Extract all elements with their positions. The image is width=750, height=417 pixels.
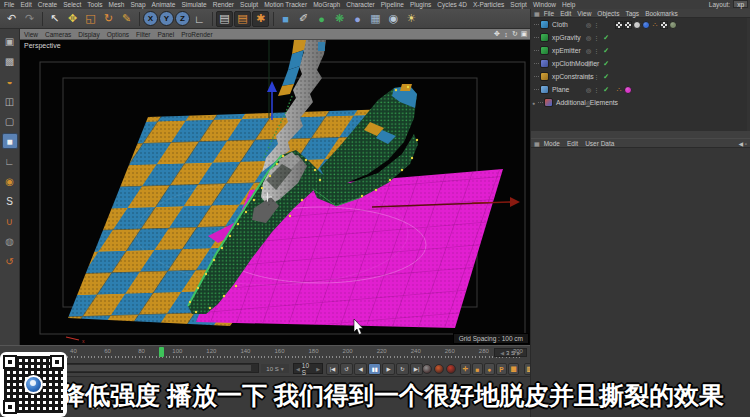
spinner-left-icon[interactable]: ◀ — [296, 366, 300, 372]
material-tag-icon[interactable] — [633, 21, 641, 29]
texture-mode-button[interactable]: ◒ — [2, 73, 18, 89]
make-editable-button[interactable]: ▣ — [2, 33, 18, 49]
object-row-xpconstraints[interactable]: xpConstraints◎⋮✓ — [531, 70, 747, 83]
visibility-dots-icon[interactable]: ◎ — [586, 34, 591, 41]
viewport-menu-view[interactable]: View — [24, 31, 38, 38]
goto-start-button[interactable]: |◀ — [326, 363, 339, 375]
menu-render[interactable]: Render — [213, 1, 234, 8]
lock-z-axis[interactable]: Z — [175, 11, 190, 26]
redo-button[interactable]: ↷ — [21, 11, 38, 27]
enabled-check-icon[interactable]: ✓ — [603, 86, 609, 94]
menu-mesh[interactable]: Mesh — [108, 1, 124, 8]
live-selection-tool[interactable]: ↖ — [46, 11, 63, 27]
viewport-menu-panel[interactable]: Panel — [158, 31, 175, 38]
workplane-mode-button[interactable]: ◫ — [2, 93, 18, 109]
object-label[interactable]: Plane — [552, 86, 569, 93]
menu-simulate[interactable]: Simulate — [181, 1, 206, 8]
panel-grid-icon[interactable]: ▦ — [534, 10, 540, 17]
om-menu-tags[interactable]: Tags — [625, 10, 639, 17]
viewport-menu-options[interactable]: Options — [107, 31, 129, 38]
object-label[interactable]: xpEmitter — [552, 47, 581, 54]
menu-cycles-4d[interactable]: Cycles 4D — [437, 1, 467, 8]
viewport-menu-display[interactable]: Display — [78, 31, 99, 38]
om-menu-file[interactable]: File — [544, 10, 554, 17]
enable-dots-icon[interactable]: ⋮ — [593, 60, 599, 67]
key-parameter-toggle[interactable]: P — [496, 363, 507, 375]
enable-dots-icon[interactable]: ⋮ — [593, 73, 599, 80]
visibility-dots-icon[interactable]: ◎ — [586, 73, 591, 80]
texture-tag-icon[interactable] — [624, 21, 632, 29]
history-back-icon[interactable]: ◀ ▫ — [739, 140, 750, 147]
visibility-dots-icon[interactable]: ◎ — [586, 21, 591, 28]
viewport[interactable]: ViewCamerasDisplayOptionsFilterPanelProR… — [20, 29, 530, 345]
menu-character[interactable]: Character — [346, 1, 375, 8]
record-keyframe-button[interactable] — [434, 364, 444, 374]
enabled-check-icon[interactable]: ✓ — [603, 60, 609, 68]
viewport-filter-button[interactable]: ◉ — [2, 173, 18, 189]
loop-button[interactable]: ↻ — [396, 363, 409, 375]
step-forward-button[interactable]: ▶ — [382, 363, 395, 375]
add-generator-button[interactable]: ● — [313, 11, 330, 27]
rotate-view-icon[interactable]: ↻ — [511, 30, 519, 38]
add-spline-button[interactable]: ✐ — [295, 11, 312, 27]
viewport-menu-cameras[interactable]: Cameras — [45, 31, 71, 38]
enable-dots-icon[interactable]: ⋮ — [593, 86, 599, 93]
object-row-additional-elements[interactable]: ●Additional_Elements◎⋮ — [531, 96, 747, 109]
enable-dots-icon[interactable]: ⋮ — [593, 21, 599, 28]
menu-plugins[interactable]: Plugins — [410, 1, 431, 8]
material-tag-icon[interactable] — [642, 21, 650, 29]
toggle-view-icon[interactable]: ▣ — [520, 30, 528, 38]
om-menu-objects[interactable]: Objects — [597, 10, 619, 17]
visibility-dots-icon[interactable]: ◎ — [586, 60, 591, 67]
scale-tool[interactable]: ◱ — [82, 11, 99, 27]
om-menu-bookmarks[interactable]: Bookmarks — [645, 10, 678, 17]
enabled-check-icon[interactable]: ✓ — [603, 34, 609, 42]
object-label[interactable]: Cloth — [552, 21, 568, 28]
lock-x-axis[interactable]: X — [143, 11, 158, 26]
object-row-plane[interactable]: Plane◎⋮✓∴ — [531, 83, 747, 96]
coordinate-system-toggle[interactable]: ∟ — [191, 11, 208, 27]
object-label[interactable]: xpGravity — [552, 34, 581, 41]
rotate-workplane-button[interactable]: ↺ — [2, 253, 18, 269]
add-cube-button[interactable]: ■ — [277, 11, 294, 27]
frame-field[interactable]: ◀ 10 S ▶ — [293, 363, 323, 374]
render-view-button[interactable]: ▤ — [216, 11, 233, 27]
om-menu-view[interactable]: View — [577, 10, 591, 17]
am-menu-mode[interactable]: Mode — [544, 140, 560, 147]
layout-dropdown[interactable]: xp — [733, 0, 748, 8]
spinner-left-icon[interactable]: ◀ — [500, 350, 504, 356]
lock-y-axis[interactable]: Y — [159, 11, 174, 26]
enabled-check-icon[interactable]: ✓ — [603, 73, 609, 81]
polygon-mode-button[interactable]: ■ — [2, 133, 18, 149]
key-scale-toggle[interactable]: ■ — [472, 363, 483, 375]
object-row-xpgravity[interactable]: xpGravity◎⋮✓ — [531, 31, 747, 44]
expand-icon[interactable]: ● — [532, 100, 535, 106]
om-menu-edit[interactable]: Edit — [560, 10, 571, 17]
enable-dots-icon[interactable]: ⋮ — [593, 47, 599, 54]
magnet-tool-button[interactable]: ∪ — [2, 213, 18, 229]
enable-dots-icon[interactable]: ⋮ — [593, 34, 599, 41]
menu-edit[interactable]: Edit — [20, 1, 31, 8]
add-deformer-button[interactable]: ❋ — [331, 11, 348, 27]
object-row-xpemitter[interactable]: xpEmitter◎⋮✓ — [531, 44, 747, 57]
render-picture-viewer-button[interactable]: ▤ — [234, 11, 251, 27]
spinner-right-icon[interactable]: ▶ — [316, 366, 320, 372]
key-pla-toggle[interactable]: ▦ — [508, 363, 519, 375]
undo-button[interactable]: ↶ — [3, 11, 20, 27]
menu-help[interactable]: Help — [562, 1, 575, 8]
axis-mode-button[interactable]: ∟ — [2, 153, 18, 169]
render-settings-button[interactable]: ✱ — [252, 11, 269, 27]
visibility-dots-icon[interactable]: ◎ — [586, 86, 591, 93]
phong-tag-icon[interactable]: ∴ — [615, 86, 623, 94]
material-tag-icon[interactable] — [669, 21, 677, 29]
am-menu-edit[interactable]: Edit — [567, 140, 578, 147]
key-position-toggle[interactable]: ✛ — [460, 363, 471, 375]
phong-tag-icon[interactable]: ∴ — [651, 21, 659, 29]
material-tag-icon[interactable] — [624, 86, 632, 94]
record-objects-button[interactable] — [422, 364, 432, 374]
add-instance-button[interactable]: ▦ — [367, 11, 384, 27]
enable-dots-icon[interactable]: ⋮ — [593, 99, 599, 106]
texture-tag-icon[interactable] — [660, 21, 668, 29]
zoom-view-icon[interactable]: ↕ — [502, 31, 510, 38]
am-menu-user-data[interactable]: User Data — [585, 140, 614, 147]
